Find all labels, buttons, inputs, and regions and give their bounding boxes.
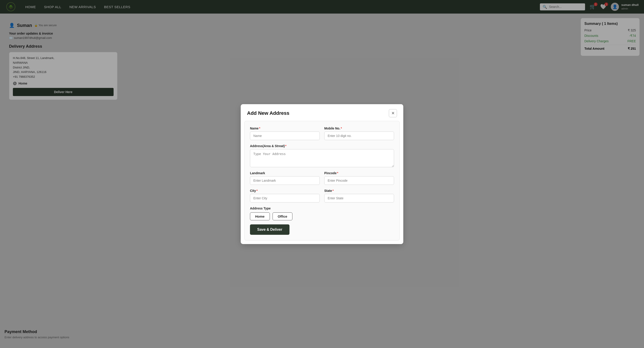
name-group: Name* [250,127,320,140]
pincode-label: Pincode* [324,171,394,175]
address-group: Address(Area & Streat)* [250,144,394,167]
landmark-input[interactable] [250,176,320,185]
address-row: Address(Area & Streat)* [250,144,394,167]
name-label: Name* [250,127,320,130]
address-type-home-button[interactable]: Home [250,212,270,220]
address-type-buttons: Home Office [250,212,394,220]
modal-title: Add New Address [247,110,289,116]
name-mobile-row: Name* Mobile No.* [250,127,394,140]
mobile-group: Mobile No.* [324,127,394,140]
address-type-office-button[interactable]: Office [272,212,293,220]
city-state-row: City* State* [250,189,394,202]
state-input[interactable] [324,194,394,202]
city-group: City* [250,189,320,202]
landmark-pincode-row: Landmark Pincode* [250,171,394,185]
mobile-input[interactable] [324,132,394,140]
state-group: State* [324,189,394,202]
modal-body: Name* Mobile No.* Address(Area & Streat)… [244,121,400,240]
add-address-modal: Add New Address ✕ Name* Mobile No.* [241,104,403,244]
city-input[interactable] [250,194,320,202]
modal-header: Add New Address ✕ [241,104,403,121]
city-label: City* [250,189,320,193]
landmark-label: Landmark [250,171,320,175]
pincode-input[interactable] [324,176,394,185]
state-label: State* [324,189,394,193]
pincode-group: Pincode* [324,171,394,185]
address-label: Address(Area & Streat)* [250,144,394,148]
mobile-label: Mobile No.* [324,127,394,130]
modal-overlay: Add New Address ✕ Name* Mobile No.* [0,0,644,348]
save-deliver-button[interactable]: Save & Deliver [250,224,290,235]
address-textarea[interactable] [250,149,394,167]
address-type-label: Address Type [250,207,394,210]
address-type-section: Address Type Home Office [250,207,394,220]
name-input[interactable] [250,132,320,140]
modal-close-button[interactable]: ✕ [389,109,397,117]
landmark-group: Landmark [250,171,320,185]
